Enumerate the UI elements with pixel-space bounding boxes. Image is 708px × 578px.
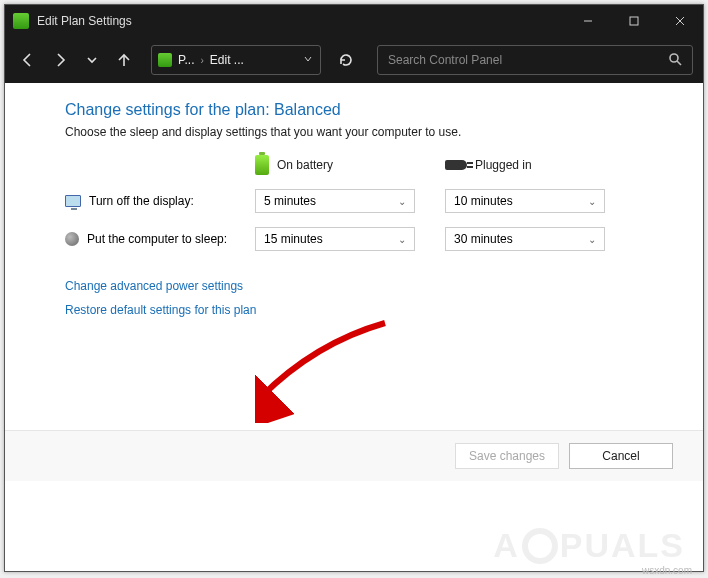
moon-icon [65,232,79,246]
svg-rect-1 [630,17,638,25]
recent-dropdown[interactable] [79,47,105,73]
app-icon [13,13,29,29]
search-icon [668,52,682,69]
watermark: A PUALS [493,526,685,565]
turn-off-display-label: Turn off the display: [89,194,194,208]
chevron-down-icon: ⌄ [398,234,406,245]
titlebar: Edit Plan Settings [5,5,703,37]
column-plugged-in: Plugged in [445,158,605,172]
sleep-battery-select[interactable]: 15 minutes ⌄ [255,227,415,251]
settings-grid: On battery Plugged in Turn off the displ… [65,155,693,251]
breadcrumb-item-1[interactable]: P... [178,53,194,67]
app-window: Edit Plan Settings P... [4,4,704,572]
up-button[interactable] [111,47,137,73]
breadcrumb[interactable]: P... › Edit ... [151,45,321,75]
back-button[interactable] [15,47,41,73]
close-button[interactable] [657,5,703,37]
column-on-battery-label: On battery [277,158,333,172]
sleep-battery-value: 15 minutes [264,232,323,246]
navbar: P... › Edit ... [5,37,703,83]
search-input[interactable] [388,53,668,67]
svg-point-5 [670,54,678,62]
breadcrumb-sep-icon: › [200,55,203,66]
page-title: Change settings for the plan: Balanced [65,101,693,119]
row-sleep: Put the computer to sleep: [65,232,255,246]
forward-button[interactable] [47,47,73,73]
display-plugged-value: 10 minutes [454,194,513,208]
breadcrumb-dropdown-icon[interactable] [302,53,314,68]
row-turn-off-display: Turn off the display: [65,194,255,208]
sleep-plugged-select[interactable]: 30 minutes ⌄ [445,227,605,251]
display-battery-value: 5 minutes [264,194,316,208]
refresh-button[interactable] [331,45,361,75]
breadcrumb-icon [158,53,172,67]
annotation-arrow [255,313,395,423]
sleep-plugged-value: 30 minutes [454,232,513,246]
watermark-pre: A [493,526,520,565]
restore-defaults-link[interactable]: Restore default settings for this plan [65,303,693,317]
monitor-icon [65,195,81,207]
footer: Save changes Cancel [5,431,703,481]
chevron-down-icon: ⌄ [588,196,596,207]
window-title: Edit Plan Settings [37,14,565,28]
maximize-button[interactable] [611,5,657,37]
display-battery-select[interactable]: 5 minutes ⌄ [255,189,415,213]
cancel-button[interactable]: Cancel [569,443,673,469]
search-box[interactable] [377,45,693,75]
page-subtitle: Choose the sleep and display settings th… [65,125,693,139]
source-site: wsxdn.com [642,565,692,576]
breadcrumb-item-2[interactable]: Edit ... [210,53,244,67]
display-plugged-select[interactable]: 10 minutes ⌄ [445,189,605,213]
column-plugged-in-label: Plugged in [475,158,532,172]
battery-icon [255,155,269,175]
save-button[interactable]: Save changes [455,443,559,469]
window-controls [565,5,703,37]
watermark-post: PUALS [560,526,685,565]
advanced-power-link[interactable]: Change advanced power settings [65,279,693,293]
chevron-down-icon: ⌄ [398,196,406,207]
plug-icon [445,160,467,170]
column-on-battery: On battery [255,155,415,175]
sleep-label: Put the computer to sleep: [87,232,227,246]
links-section: Change advanced power settings Restore d… [65,279,693,317]
svg-line-6 [677,61,681,65]
content-area: Change settings for the plan: Balanced C… [5,83,703,400]
watermark-circle-icon [522,528,558,564]
chevron-down-icon: ⌄ [588,234,596,245]
minimize-button[interactable] [565,5,611,37]
